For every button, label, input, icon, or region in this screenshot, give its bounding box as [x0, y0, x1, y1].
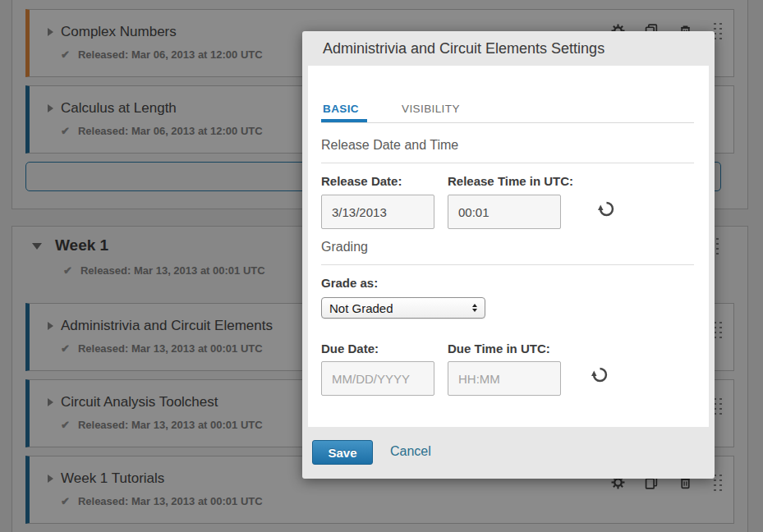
release-date-label: Release Date:	[321, 174, 402, 188]
modal-body: BASIC VISIBILITY Release Date and Time R…	[308, 66, 709, 427]
due-time-label: Due Time in UTC:	[448, 342, 550, 355]
reset-icon[interactable]	[597, 200, 615, 218]
release-time-input[interactable]	[448, 195, 561, 229]
grade-as-value: Not Graded	[329, 301, 393, 315]
reset-icon[interactable]	[591, 366, 609, 384]
due-date-label: Due Date:	[321, 342, 379, 355]
select-arrows-icon	[472, 304, 477, 312]
release-time-label: Release Time in UTC:	[448, 174, 573, 188]
grade-as-select[interactable]: Not Graded	[321, 297, 485, 319]
tab-basic[interactable]: BASIC	[321, 103, 367, 122]
cancel-link[interactable]: Cancel	[390, 444, 431, 459]
tab-visibility[interactable]: VISIBILITY	[400, 103, 468, 122]
release-section-heading: Release Date and Time	[321, 138, 694, 163]
save-button[interactable]: Save	[312, 440, 373, 465]
due-date-input[interactable]	[321, 361, 434, 396]
settings-modal: Administrivia and Circuit Elements Setti…	[302, 31, 715, 479]
modal-title: Administrivia and Circuit Elements Setti…	[323, 40, 604, 57]
due-time-input[interactable]	[448, 361, 561, 396]
grading-section-heading: Grading	[321, 240, 694, 265]
grade-as-label: Grade as:	[321, 276, 378, 290]
release-date-input[interactable]	[321, 195, 434, 229]
modal-tabs: BASIC VISIBILITY	[321, 99, 694, 123]
